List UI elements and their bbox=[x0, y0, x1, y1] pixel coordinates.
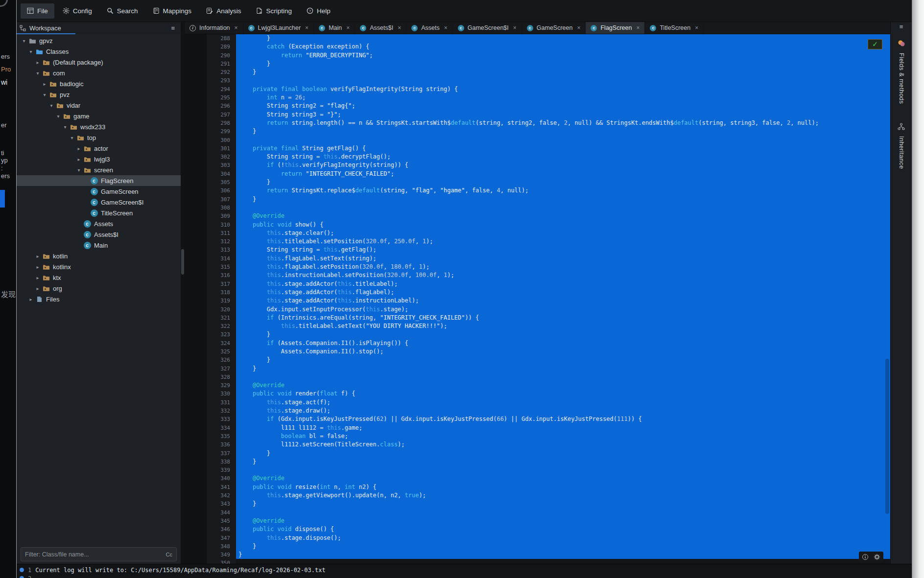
menu-item-config[interactable]: Config bbox=[56, 3, 98, 19]
close-icon[interactable]: × bbox=[636, 24, 640, 31]
tree-item-lwjgl3[interactable]: ▸lwjgl3 bbox=[17, 154, 181, 164]
tab-gamescreen-i[interactable]: cGameScreen$I× bbox=[453, 22, 522, 34]
expand-arrow-icon[interactable]: ▾ bbox=[62, 124, 69, 130]
menu-item-mappings[interactable]: Mappings bbox=[146, 3, 198, 19]
tree-item-kotlinx[interactable]: ▸kotlinx bbox=[17, 261, 181, 272]
collapse-arrow-icon[interactable]: ▸ bbox=[75, 157, 82, 162]
tree-item-gamescreen-i[interactable]: cGameScreen$I bbox=[17, 197, 181, 208]
close-icon[interactable]: × bbox=[513, 24, 517, 31]
close-icon[interactable]: × bbox=[695, 24, 698, 31]
menu-item-help[interactable]: ?Help bbox=[300, 3, 337, 19]
tree-item-main[interactable]: cMain bbox=[17, 240, 181, 251]
close-icon[interactable]: × bbox=[305, 24, 308, 31]
expand-arrow-icon[interactable]: ▾ bbox=[21, 38, 27, 44]
collapse-arrow-icon[interactable]: ▸ bbox=[34, 264, 41, 270]
collapse-arrow-icon[interactable]: ▸ bbox=[41, 81, 48, 87]
menu-item-label: Mappings bbox=[163, 7, 192, 15]
collapse-arrow-icon[interactable]: ▸ bbox=[27, 297, 34, 302]
close-icon[interactable]: × bbox=[398, 24, 401, 31]
expand-arrow-icon[interactable]: ▾ bbox=[27, 49, 34, 54]
close-icon[interactable]: × bbox=[235, 24, 238, 31]
tab-assets[interactable]: cAssets× bbox=[406, 22, 453, 34]
panel-splitter[interactable] bbox=[181, 22, 185, 564]
log-index: 2 bbox=[28, 575, 31, 578]
sidebar-tab-inheritance[interactable]: Inheritance bbox=[897, 123, 905, 169]
expand-arrow-icon[interactable]: ▾ bbox=[48, 103, 55, 108]
tree-item-org[interactable]: ▸org bbox=[17, 283, 181, 294]
expand-arrow-icon[interactable]: ▾ bbox=[75, 167, 82, 173]
menu-item-file[interactable]: File bbox=[21, 3, 54, 19]
tree-item-label: wsdx233 bbox=[80, 123, 105, 131]
menu-item-label: File bbox=[37, 7, 48, 15]
tree-item-kotlin[interactable]: ▸kotlin bbox=[17, 251, 181, 261]
collapse-arrow-icon[interactable]: ▸ bbox=[34, 286, 41, 291]
tree-item-label: ktx bbox=[53, 274, 61, 281]
match-case-toggle[interactable]: Cc bbox=[162, 552, 176, 557]
line-number: 346 bbox=[207, 525, 236, 533]
tree-item-game[interactable]: ▾game bbox=[17, 111, 181, 121]
collapse-arrow-icon[interactable]: ▸ bbox=[34, 254, 41, 259]
tab-lwjgl3launcher[interactable]: cLwjgl3Launcher× bbox=[243, 22, 314, 34]
close-icon[interactable]: × bbox=[346, 24, 350, 31]
tab-gamescreen[interactable]: cGameScreen× bbox=[522, 22, 586, 34]
expand-arrow-icon[interactable]: ▾ bbox=[69, 135, 75, 140]
code-text: @Override bbox=[236, 517, 890, 525]
tree-item-actor[interactable]: ▸actor bbox=[17, 143, 181, 154]
collapse-arrow-icon[interactable]: ▸ bbox=[34, 60, 41, 65]
tree-item-gamescreen[interactable]: cGameScreen bbox=[17, 186, 181, 197]
tab-label: Assets bbox=[421, 24, 440, 31]
sidebar-tab-fields-methods[interactable]: Fields & methods bbox=[897, 40, 905, 104]
menu-item-scripting[interactable]: Scripting bbox=[249, 3, 298, 19]
tree-scrollbar-thumb[interactable] bbox=[181, 249, 184, 275]
tree-item-gpvz[interactable]: ▾gpvz bbox=[17, 35, 181, 46]
tree-item-badlogic[interactable]: ▸badlogic bbox=[17, 78, 181, 89]
sidebar-menu-button[interactable]: ≡ bbox=[900, 23, 903, 34]
collapse-arrow-icon[interactable]: ▸ bbox=[34, 275, 41, 280]
code-line: 313 String string = this.getFlag(); bbox=[207, 246, 890, 254]
gear-icon[interactable] bbox=[874, 554, 880, 560]
menu-item-analysis[interactable]: Analysis bbox=[200, 3, 247, 19]
decompile-success-button[interactable]: ✓ bbox=[868, 39, 882, 49]
tree-item-com[interactable]: ▾com bbox=[17, 68, 181, 78]
code-editor[interactable]: 288 }289 catch (Exception exception) {29… bbox=[185, 34, 890, 564]
filter-input[interactable] bbox=[21, 551, 162, 558]
bg-text-fragment: ers bbox=[1, 172, 10, 180]
tree-item-label: Classes bbox=[46, 48, 69, 55]
workspace-panel: Workspace ≡ ▾gpvz▾Classes▸(Default packa… bbox=[17, 22, 181, 564]
tab-assets-i[interactable]: cAssets$I× bbox=[355, 22, 406, 34]
line-number: 330 bbox=[207, 390, 236, 398]
tab-flagscreen[interactable]: cFlagScreen× bbox=[586, 22, 645, 34]
tree-item-flagscreen[interactable]: cFlagScreen bbox=[17, 175, 181, 186]
tree-item-classes[interactable]: ▾Classes bbox=[17, 46, 181, 57]
tree-item-pvz[interactable]: ▾pvz bbox=[17, 89, 181, 100]
workspace-menu-button[interactable]: ≡ bbox=[168, 24, 178, 32]
tree-item-vidar[interactable]: ▾vidar bbox=[17, 100, 181, 111]
workspace-header[interactable]: Workspace ≡ bbox=[17, 22, 181, 34]
expand-arrow-icon[interactable]: ▾ bbox=[34, 70, 41, 76]
tree-item-assets-i[interactable]: cAssets$I bbox=[17, 229, 181, 240]
info-icon[interactable] bbox=[862, 554, 869, 560]
tree-item-files[interactable]: ▸Files bbox=[17, 294, 181, 304]
expand-arrow-icon[interactable]: ▾ bbox=[41, 92, 48, 97]
tree-item--default-package-[interactable]: ▸(Default package) bbox=[17, 57, 181, 68]
tree-item-ktx[interactable]: ▸ktx bbox=[17, 272, 181, 283]
editor-scrollbar-thumb[interactable] bbox=[885, 359, 889, 514]
close-icon[interactable]: × bbox=[577, 24, 580, 31]
tree-item-wsdx233[interactable]: ▾wsdx233 bbox=[17, 121, 181, 132]
tree-item-assets[interactable]: cAssets bbox=[17, 218, 181, 229]
tree-item-screen[interactable]: ▾screen bbox=[17, 164, 181, 175]
tree-item-titlescreen[interactable]: cTitleScreen bbox=[17, 208, 181, 218]
workspace-tree[interactable]: ▾gpvz▾Classes▸(Default package)▾com▸badl… bbox=[17, 34, 181, 564]
tab-titlescreen[interactable]: cTitleScreen× bbox=[645, 22, 704, 34]
tab-main[interactable]: cMain× bbox=[314, 22, 355, 34]
editor-scrollbar[interactable] bbox=[885, 48, 890, 549]
expand-arrow-icon[interactable]: ▾ bbox=[55, 114, 62, 119]
tree-item-top[interactable]: ▾top bbox=[17, 132, 181, 143]
collapse-arrow-icon[interactable]: ▸ bbox=[75, 146, 82, 151]
inheritance-icon bbox=[897, 123, 905, 132]
close-icon[interactable]: × bbox=[444, 24, 448, 31]
package-folder-icon bbox=[49, 80, 57, 87]
code-line: 337 } bbox=[207, 449, 890, 458]
tab-information[interactable]: iInformation× bbox=[185, 22, 243, 34]
menu-item-search[interactable]: Search bbox=[100, 3, 144, 19]
